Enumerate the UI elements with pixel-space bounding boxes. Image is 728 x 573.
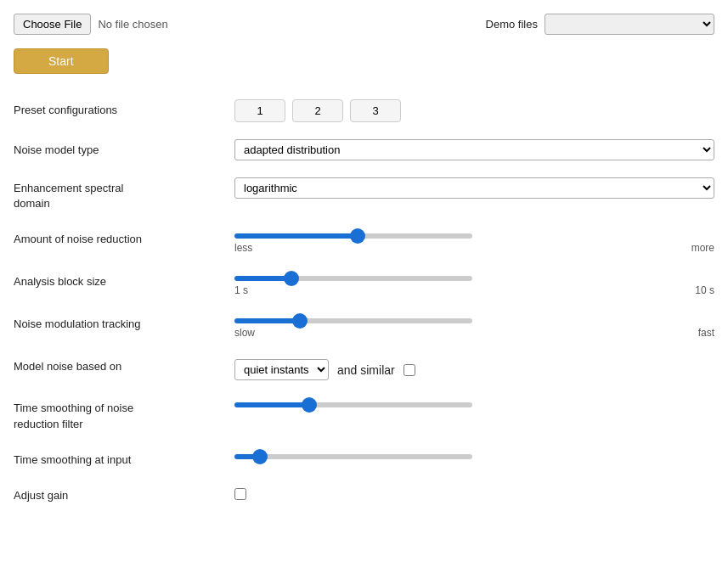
noise-model-select[interactable]: adapted distribution gaussian laplace bbox=[234, 139, 714, 160]
no-file-label: No file chosen bbox=[98, 18, 167, 31]
noise-reduction-labels: less more bbox=[234, 242, 714, 254]
noise-model-row: Noise model type adapted distribution ga… bbox=[14, 131, 714, 169]
model-noise-control: quiet instants all audio lowest level an… bbox=[234, 356, 714, 380]
preset-label: Preset configurations bbox=[14, 99, 217, 118]
noise-reduction-control: less more bbox=[234, 228, 714, 254]
preset-control: 1 2 3 bbox=[234, 99, 714, 122]
choose-file-button[interactable]: Choose File bbox=[14, 14, 91, 35]
adjust-gain-row: Adjust gain bbox=[14, 476, 714, 512]
noise-reduction-slider[interactable] bbox=[234, 233, 472, 239]
noise-filter-label: Time smoothing of noisereduction filter bbox=[14, 397, 217, 431]
demo-files-label: Demo files bbox=[486, 18, 538, 31]
block-size-row: Analysis block size 1 s 10 s bbox=[14, 262, 714, 305]
noise-reduction-min: less bbox=[234, 242, 252, 254]
block-size-labels: 1 s 10 s bbox=[234, 284, 714, 296]
preset-buttons: 1 2 3 bbox=[234, 99, 714, 122]
block-size-label: Analysis block size bbox=[14, 271, 217, 289]
demo-files-select[interactable] bbox=[545, 14, 714, 35]
input-smooth-control bbox=[234, 449, 714, 459]
preset-row: Preset configurations 1 2 3 bbox=[14, 91, 714, 131]
adjust-gain-label: Adjust gain bbox=[14, 485, 217, 503]
top-bar: Choose File No file chosen Demo files bbox=[14, 14, 714, 35]
model-noise-select[interactable]: quiet instants all audio lowest level bbox=[234, 359, 329, 380]
block-size-min: 1 s bbox=[234, 284, 248, 296]
noise-model-control: adapted distribution gaussian laplace bbox=[234, 139, 714, 160]
modulation-labels: slow fast bbox=[234, 327, 714, 339]
block-size-max: 10 s bbox=[695, 284, 714, 296]
top-bar-right: Demo files bbox=[486, 14, 714, 35]
adjust-gain-control bbox=[234, 485, 714, 500]
input-smooth-slider[interactable] bbox=[234, 454, 472, 459]
preset-btn-3[interactable]: 3 bbox=[350, 99, 401, 122]
model-noise-label: Model noise based on bbox=[14, 356, 217, 374]
noise-filter-control bbox=[234, 397, 714, 407]
modulation-max: fast bbox=[698, 327, 714, 339]
noise-reduction-row: Amount of noise reduction less more bbox=[14, 220, 714, 262]
model-noise-row: Model noise based on quiet instants all … bbox=[14, 347, 714, 389]
modulation-slider[interactable] bbox=[234, 318, 472, 323]
modulation-min: slow bbox=[234, 327, 255, 339]
modulation-label: Noise modulation tracking bbox=[14, 313, 217, 332]
noise-filter-slider[interactable] bbox=[234, 402, 472, 407]
input-smooth-row: Time smoothing at input bbox=[14, 441, 714, 476]
and-similar-checkbox[interactable] bbox=[404, 364, 415, 376]
top-bar-left: Choose File No file chosen bbox=[14, 14, 168, 35]
enhancement-row: Enhancement spectraldomain logarithmic l… bbox=[14, 169, 714, 220]
settings-container: Preset configurations 1 2 3 Noise model … bbox=[14, 91, 714, 512]
noise-reduction-max: more bbox=[691, 242, 714, 254]
noise-reduction-label: Amount of noise reduction bbox=[14, 228, 217, 247]
start-button[interactable]: Start bbox=[14, 48, 109, 74]
and-similar-label: and similar bbox=[337, 363, 395, 377]
input-smooth-label: Time smoothing at input bbox=[14, 449, 217, 468]
enhancement-control: logarithmic linear bbox=[234, 177, 714, 199]
enhancement-label: Enhancement spectraldomain bbox=[14, 177, 217, 211]
enhancement-select[interactable]: logarithmic linear bbox=[234, 177, 714, 199]
noise-model-label: Noise model type bbox=[14, 139, 217, 158]
block-size-control: 1 s 10 s bbox=[234, 271, 714, 296]
modulation-control: slow fast bbox=[234, 313, 714, 339]
model-noise-inner: quiet instants all audio lowest level an… bbox=[234, 356, 714, 380]
adjust-gain-checkbox[interactable] bbox=[234, 488, 246, 500]
block-size-slider[interactable] bbox=[234, 276, 472, 281]
preset-btn-2[interactable]: 2 bbox=[292, 99, 343, 122]
noise-filter-row: Time smoothing of noisereduction filter bbox=[14, 389, 714, 440]
preset-btn-1[interactable]: 1 bbox=[234, 99, 285, 122]
modulation-row: Noise modulation tracking slow fast bbox=[14, 305, 714, 347]
